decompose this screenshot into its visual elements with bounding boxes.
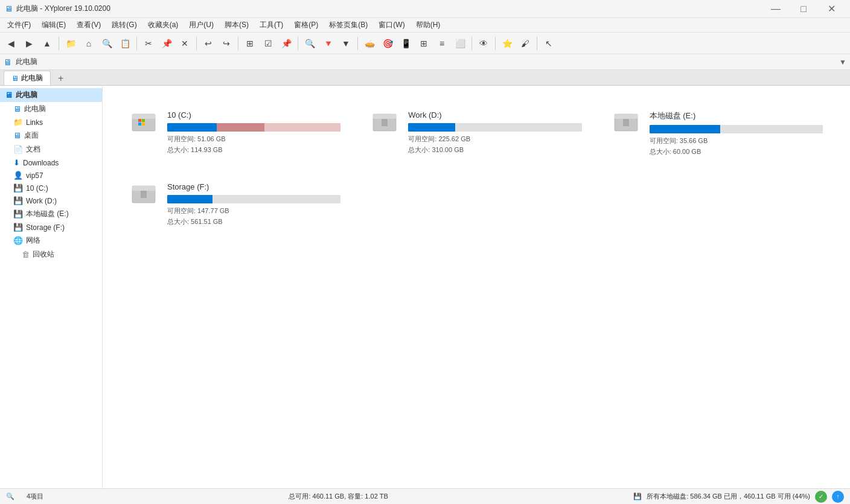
toolbar-btn-home[interactable]: ⌂ bbox=[80, 35, 97, 52]
sidebar-icon-network: 🌐 bbox=[13, 236, 23, 245]
minimize-button[interactable]: — bbox=[762, 0, 790, 18]
drive-bar-bg-f-drive bbox=[167, 195, 340, 203]
toolbar-btn-cut[interactable]: ✂ bbox=[140, 35, 157, 52]
menu-item-工具t[interactable]: 工具(T) bbox=[255, 19, 288, 31]
toolbar-btn-forward[interactable]: ▶ bbox=[21, 35, 37, 52]
svg-rect-13 bbox=[132, 186, 155, 191]
drive-icon-e-drive bbox=[612, 110, 641, 135]
sidebar-item-desktop[interactable]: 🖥桌面 bbox=[0, 129, 102, 142]
toolbar-btn-paint[interactable]: 🖌 bbox=[517, 35, 534, 52]
status-search-icon[interactable]: 🔍 bbox=[6, 493, 14, 500]
status-action-button[interactable]: ↑ bbox=[832, 491, 844, 503]
sidebar-item-documents[interactable]: 📄文档 bbox=[0, 142, 102, 156]
toolbar-btn-pin[interactable]: 📌 bbox=[278, 35, 295, 52]
title-left: 🖥 此电脑 - XYplorer 19.10.0200 bbox=[5, 4, 110, 14]
toolbar-btn-redo[interactable]: ↪ bbox=[218, 35, 235, 52]
sidebar-item-c-drive[interactable]: 💾10 (C:) bbox=[0, 182, 102, 194]
tab-icon: 🖥 bbox=[11, 74, 19, 83]
menu-item-窗口w[interactable]: 窗口(W) bbox=[374, 19, 409, 31]
menu-item-查看v[interactable]: 查看(V) bbox=[72, 19, 106, 31]
drive-info-e-drive: 本地磁盘 (E:)可用空间: 35.66 GB总大小: 60.00 GB bbox=[650, 110, 823, 157]
menu-item-收藏夹a[interactable]: 收藏夹(a) bbox=[143, 19, 184, 31]
menu-item-文件f[interactable]: 文件(F) bbox=[2, 19, 36, 31]
menu-item-跳转g[interactable]: 跳转(G) bbox=[107, 19, 141, 31]
sidebar-item-d-drive[interactable]: 💾Work (D:) bbox=[0, 194, 102, 207]
tab-strip: 🖥 此电脑 + bbox=[0, 70, 850, 86]
toolbar-btn-find[interactable]: 🔍 bbox=[301, 35, 318, 52]
sidebar-icon-d-drive: 💾 bbox=[13, 196, 23, 205]
toolbar-btn-copy[interactable]: 📋 bbox=[117, 35, 133, 52]
close-button[interactable]: ✕ bbox=[817, 0, 845, 18]
sidebar-item-e-drive[interactable]: 💾本地磁盘 (E:) bbox=[0, 207, 102, 221]
sidebar-label-desktop: 桌面 bbox=[24, 130, 39, 141]
sidebar-label-f-drive: Storage (F:) bbox=[26, 223, 65, 232]
sidebar-label-e-drive: 本地磁盘 (E:) bbox=[26, 209, 69, 219]
svg-rect-2 bbox=[138, 119, 141, 122]
toolbar-btn-scan[interactable]: 🔍 bbox=[98, 35, 115, 52]
address-icon: 🖥 bbox=[4, 57, 12, 67]
toolbar-btn-filter[interactable]: 🔻 bbox=[319, 35, 336, 52]
drive-card-c-drive[interactable]: 10 (C:)可用空间: 51.06 GB总大小: 114.93 GB bbox=[117, 100, 353, 167]
menu-item-编辑e[interactable]: 编辑(E) bbox=[37, 19, 71, 31]
toolbar-separator bbox=[537, 37, 537, 50]
toolbar-btn-new-tab[interactable]: ⊞ bbox=[241, 35, 258, 52]
toolbar-btn-filter2[interactable]: ▼ bbox=[337, 35, 354, 52]
address-bar: 🖥 此电脑 ▼ bbox=[0, 54, 850, 70]
toolbar-btn-pie[interactable]: 🥧 bbox=[361, 35, 378, 52]
sidebar-item-links[interactable]: 📁Links bbox=[0, 116, 102, 129]
drive-bar-bg-c-drive bbox=[167, 123, 340, 132]
sidebar-label-recycle: 回收站 bbox=[33, 249, 54, 260]
toolbar-btn-grid2[interactable]: ≡ bbox=[433, 35, 450, 52]
drive-stat-f-drive: 可用空间: 147.77 GB总大小: 561.51 GB bbox=[167, 206, 340, 227]
toolbar-btn-undo[interactable]: ↩ bbox=[200, 35, 217, 52]
toolbar-btn-preview[interactable]: 👁 bbox=[475, 35, 492, 52]
sidebar-item-f-drive[interactable]: 💾Storage (F:) bbox=[0, 221, 102, 234]
address-dropdown[interactable]: ▼ bbox=[839, 58, 846, 66]
address-text[interactable]: 此电脑 bbox=[16, 57, 836, 67]
sidebar-item-vip57[interactable]: 👤vip57 bbox=[0, 169, 102, 182]
maximize-button[interactable]: □ bbox=[790, 0, 817, 18]
sidebar-item-this-pc-header[interactable]: 🖥此电脑 bbox=[0, 88, 102, 102]
tab-this-pc[interactable]: 🖥 此电脑 bbox=[4, 71, 51, 85]
drive-card-e-drive[interactable]: 本地磁盘 (E:)可用空间: 35.66 GB总大小: 60.00 GB bbox=[599, 100, 836, 167]
drive-info-d-drive: Work (D:)可用空间: 225.62 GB总大小: 310.00 GB bbox=[408, 110, 581, 155]
svg-rect-1 bbox=[132, 114, 155, 119]
drive-name-c-drive: 10 (C:) bbox=[167, 110, 340, 120]
menu-bar: 文件(F)编辑(E)查看(V)跳转(G)收藏夹(a)用户(U)脚本(S)工具(T… bbox=[0, 18, 850, 33]
sidebar-icon-e-drive: 💾 bbox=[13, 209, 23, 219]
sidebar-label-downloads: Downloads bbox=[23, 159, 59, 167]
menu-item-窗格p[interactable]: 窗格(P) bbox=[289, 19, 323, 31]
menu-item-帮助h[interactable]: 帮助(H) bbox=[411, 19, 446, 31]
toolbar-btn-folder-new[interactable]: 📁 bbox=[62, 35, 79, 52]
svg-rect-8 bbox=[382, 119, 388, 126]
sidebar-item-this-pc[interactable]: 🖥此电脑 bbox=[0, 102, 102, 116]
app-icon: 🖥 bbox=[5, 4, 13, 13]
toolbar-btn-cursor[interactable]: ↖ bbox=[540, 35, 557, 52]
toolbar-btn-paste[interactable]: 📌 bbox=[158, 35, 175, 52]
drive-card-f-drive[interactable]: Storage (F:)可用空间: 147.77 GB总大小: 561.51 G… bbox=[117, 172, 353, 237]
menu-item-标签页集b[interactable]: 标签页集(B) bbox=[324, 19, 372, 31]
drive-card-d-drive[interactable]: Work (D:)可用空间: 225.62 GB总大小: 310.00 GB bbox=[358, 100, 594, 167]
toolbar-separator bbox=[238, 37, 238, 50]
toolbar-btn-delete[interactable]: ✕ bbox=[176, 35, 193, 52]
toolbar-btn-target[interactable]: 🎯 bbox=[379, 35, 396, 52]
svg-rect-4 bbox=[138, 123, 141, 126]
menu-item-用户u[interactable]: 用户(U) bbox=[184, 19, 219, 31]
toolbar-btn-back[interactable]: ◀ bbox=[2, 35, 19, 52]
toolbar-btn-panel[interactable]: ⬜ bbox=[452, 35, 468, 52]
toolbar-btn-grid[interactable]: ⊞ bbox=[415, 35, 432, 52]
status-ok-button[interactable]: ✓ bbox=[815, 491, 827, 503]
sidebar-label-this-pc-header: 此电脑 bbox=[16, 90, 37, 100]
svg-rect-10 bbox=[615, 114, 638, 119]
toolbar-btn-star[interactable]: ⭐ bbox=[499, 35, 516, 52]
toolbar-btn-android[interactable]: 📱 bbox=[397, 35, 414, 52]
sidebar-item-network[interactable]: 🌐网络 bbox=[0, 234, 102, 247]
sidebar-item-downloads[interactable]: ⬇Downloads bbox=[0, 156, 102, 169]
toolbar-btn-up[interactable]: ▲ bbox=[39, 35, 56, 52]
menu-item-脚本s[interactable]: 脚本(S) bbox=[220, 19, 254, 31]
sidebar-item-recycle[interactable]: 🗑回收站 bbox=[0, 247, 102, 261]
main-area: 🖥此电脑🖥此电脑📁Links🖥桌面📄文档⬇Downloads👤vip57💾10 … bbox=[0, 86, 850, 488]
add-tab-button[interactable]: + bbox=[54, 72, 67, 85]
svg-rect-7 bbox=[373, 114, 396, 119]
toolbar-btn-check[interactable]: ☑ bbox=[260, 35, 276, 52]
